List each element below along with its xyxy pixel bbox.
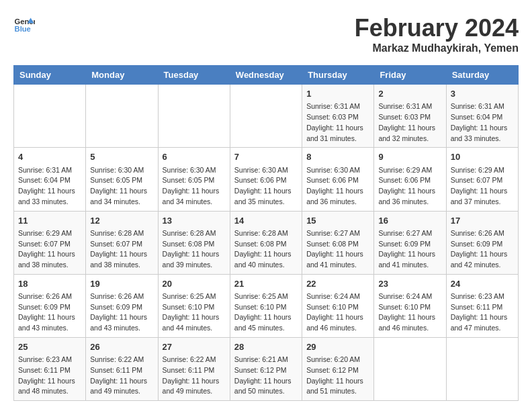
day-number: 29	[306, 341, 369, 353]
day-info: Sunrise: 6:27 AMSunset: 6:09 PMDaylight:…	[378, 228, 441, 271]
weekday-header-sunday: Sunday	[14, 66, 86, 85]
calendar-cell: 11Sunrise: 6:29 AMSunset: 6:07 PMDayligh…	[14, 211, 86, 274]
day-number: 20	[163, 278, 226, 290]
weekday-header-wednesday: Wednesday	[230, 66, 302, 85]
calendar-cell	[374, 337, 446, 400]
day-number: 21	[234, 278, 298, 290]
calendar-cell: 21Sunrise: 6:25 AMSunset: 6:10 PMDayligh…	[230, 274, 302, 337]
day-number: 19	[90, 278, 153, 290]
calendar-week-row: 1Sunrise: 6:31 AMSunset: 6:03 PMDaylight…	[14, 85, 519, 148]
day-info: Sunrise: 6:24 AMSunset: 6:10 PMDaylight:…	[378, 291, 441, 334]
day-number: 7	[234, 151, 298, 163]
day-info: Sunrise: 6:26 AMSunset: 6:09 PMDaylight:…	[18, 291, 81, 334]
weekday-header-monday: Monday	[86, 66, 158, 85]
calendar-cell	[14, 85, 86, 148]
day-number: 12	[90, 215, 153, 227]
day-info: Sunrise: 6:23 AMSunset: 6:11 PMDaylight:…	[451, 291, 514, 334]
day-info: Sunrise: 6:25 AMSunset: 6:10 PMDaylight:…	[234, 291, 298, 334]
calendar-cell: 8Sunrise: 6:30 AMSunset: 6:06 PMDaylight…	[302, 148, 374, 211]
day-info: Sunrise: 6:29 AMSunset: 6:07 PMDaylight:…	[18, 228, 81, 271]
day-info: Sunrise: 6:27 AMSunset: 6:08 PMDaylight:…	[306, 228, 369, 271]
day-info: Sunrise: 6:30 AMSunset: 6:06 PMDaylight:…	[306, 165, 369, 208]
calendar-week-row: 25Sunrise: 6:23 AMSunset: 6:11 PMDayligh…	[14, 337, 519, 400]
day-number: 17	[451, 215, 514, 227]
calendar-cell: 20Sunrise: 6:25 AMSunset: 6:10 PMDayligh…	[158, 274, 230, 337]
weekday-header-thursday: Thursday	[302, 66, 374, 85]
calendar-cell: 12Sunrise: 6:28 AMSunset: 6:07 PMDayligh…	[86, 211, 158, 274]
weekday-header-saturday: Saturday	[446, 66, 518, 85]
day-number: 6	[163, 151, 226, 163]
day-info: Sunrise: 6:31 AMSunset: 6:04 PMDaylight:…	[451, 101, 514, 144]
day-info: Sunrise: 6:22 AMSunset: 6:11 PMDaylight:…	[163, 355, 226, 397]
calendar-cell	[158, 85, 230, 148]
day-info: Sunrise: 6:29 AMSunset: 6:07 PMDaylight:…	[451, 165, 514, 208]
calendar-cell: 6Sunrise: 6:30 AMSunset: 6:05 PMDaylight…	[158, 148, 230, 211]
month-title: February 2024	[355, 13, 519, 42]
day-number: 11	[18, 215, 81, 227]
calendar-cell: 26Sunrise: 6:22 AMSunset: 6:11 PMDayligh…	[86, 337, 158, 400]
day-number: 15	[306, 215, 369, 227]
calendar-cell: 22Sunrise: 6:24 AMSunset: 6:10 PMDayligh…	[302, 274, 374, 337]
calendar-cell: 25Sunrise: 6:23 AMSunset: 6:11 PMDayligh…	[14, 337, 86, 400]
calendar-cell: 3Sunrise: 6:31 AMSunset: 6:04 PMDaylight…	[446, 85, 518, 148]
logo-icon: General Blue	[13, 13, 35, 35]
day-number: 9	[378, 151, 441, 163]
calendar-cell: 5Sunrise: 6:30 AMSunset: 6:05 PMDaylight…	[86, 148, 158, 211]
day-info: Sunrise: 6:26 AMSunset: 6:09 PMDaylight:…	[451, 228, 514, 271]
svg-text:Blue: Blue	[15, 25, 31, 33]
day-info: Sunrise: 6:28 AMSunset: 6:08 PMDaylight:…	[234, 228, 298, 271]
day-number: 26	[90, 341, 153, 353]
day-info: Sunrise: 6:28 AMSunset: 6:08 PMDaylight:…	[163, 228, 226, 271]
day-info: Sunrise: 6:30 AMSunset: 6:05 PMDaylight:…	[163, 165, 226, 208]
calendar-cell: 4Sunrise: 6:31 AMSunset: 6:04 PMDaylight…	[14, 148, 86, 211]
calendar-cell: 13Sunrise: 6:28 AMSunset: 6:08 PMDayligh…	[158, 211, 230, 274]
calendar-cell	[230, 85, 302, 148]
calendar-cell: 2Sunrise: 6:31 AMSunset: 6:03 PMDaylight…	[374, 85, 446, 148]
weekday-header-tuesday: Tuesday	[158, 66, 230, 85]
day-number: 1	[306, 88, 369, 100]
calendar-cell: 24Sunrise: 6:23 AMSunset: 6:11 PMDayligh…	[446, 274, 518, 337]
calendar-cell	[446, 337, 518, 400]
calendar-cell: 27Sunrise: 6:22 AMSunset: 6:11 PMDayligh…	[158, 337, 230, 400]
calendar-cell: 19Sunrise: 6:26 AMSunset: 6:09 PMDayligh…	[86, 274, 158, 337]
weekday-header-friday: Friday	[374, 66, 446, 85]
day-number: 27	[163, 341, 226, 353]
day-info: Sunrise: 6:24 AMSunset: 6:10 PMDaylight:…	[306, 291, 369, 334]
day-info: Sunrise: 6:23 AMSunset: 6:11 PMDaylight:…	[18, 355, 81, 397]
day-info: Sunrise: 6:31 AMSunset: 6:03 PMDaylight:…	[378, 101, 441, 144]
calendar-cell: 7Sunrise: 6:30 AMSunset: 6:06 PMDaylight…	[230, 148, 302, 211]
day-info: Sunrise: 6:25 AMSunset: 6:10 PMDaylight:…	[163, 291, 226, 334]
day-info: Sunrise: 6:30 AMSunset: 6:05 PMDaylight:…	[90, 165, 153, 208]
day-info: Sunrise: 6:31 AMSunset: 6:04 PMDaylight:…	[18, 165, 81, 208]
day-number: 25	[18, 341, 81, 353]
day-number: 18	[18, 278, 81, 290]
day-number: 23	[378, 278, 441, 290]
day-number: 3	[451, 88, 514, 100]
day-info: Sunrise: 6:31 AMSunset: 6:03 PMDaylight:…	[306, 101, 369, 144]
calendar-week-row: 18Sunrise: 6:26 AMSunset: 6:09 PMDayligh…	[14, 274, 519, 337]
calendar-cell: 9Sunrise: 6:29 AMSunset: 6:06 PMDaylight…	[374, 148, 446, 211]
day-info: Sunrise: 6:22 AMSunset: 6:11 PMDaylight:…	[90, 355, 153, 397]
day-number: 24	[451, 278, 514, 290]
page-header: General Blue February 2024 Markaz Mudhay…	[13, 13, 519, 54]
calendar-week-row: 4Sunrise: 6:31 AMSunset: 6:04 PMDaylight…	[14, 148, 519, 211]
day-info: Sunrise: 6:21 AMSunset: 6:12 PMDaylight:…	[234, 355, 298, 397]
calendar-cell: 15Sunrise: 6:27 AMSunset: 6:08 PMDayligh…	[302, 211, 374, 274]
day-info: Sunrise: 6:20 AMSunset: 6:12 PMDaylight:…	[306, 355, 369, 397]
day-number: 5	[90, 151, 153, 163]
day-number: 10	[451, 151, 514, 163]
day-number: 8	[306, 151, 369, 163]
calendar-cell: 29Sunrise: 6:20 AMSunset: 6:12 PMDayligh…	[302, 337, 374, 400]
day-number: 13	[163, 215, 226, 227]
calendar-table: SundayMondayTuesdayWednesdayThursdayFrid…	[13, 65, 519, 401]
calendar-cell: 16Sunrise: 6:27 AMSunset: 6:09 PMDayligh…	[374, 211, 446, 274]
day-info: Sunrise: 6:29 AMSunset: 6:06 PMDaylight:…	[378, 165, 441, 208]
day-info: Sunrise: 6:26 AMSunset: 6:09 PMDaylight:…	[90, 291, 153, 334]
location-title: Markaz Mudhaykirah, Yemen	[355, 42, 519, 54]
logo: General Blue	[13, 13, 35, 35]
day-number: 2	[378, 88, 441, 100]
day-number: 4	[18, 151, 81, 163]
calendar-cell	[86, 85, 158, 148]
calendar-cell: 1Sunrise: 6:31 AMSunset: 6:03 PMDaylight…	[302, 85, 374, 148]
day-info: Sunrise: 6:28 AMSunset: 6:07 PMDaylight:…	[90, 228, 153, 271]
